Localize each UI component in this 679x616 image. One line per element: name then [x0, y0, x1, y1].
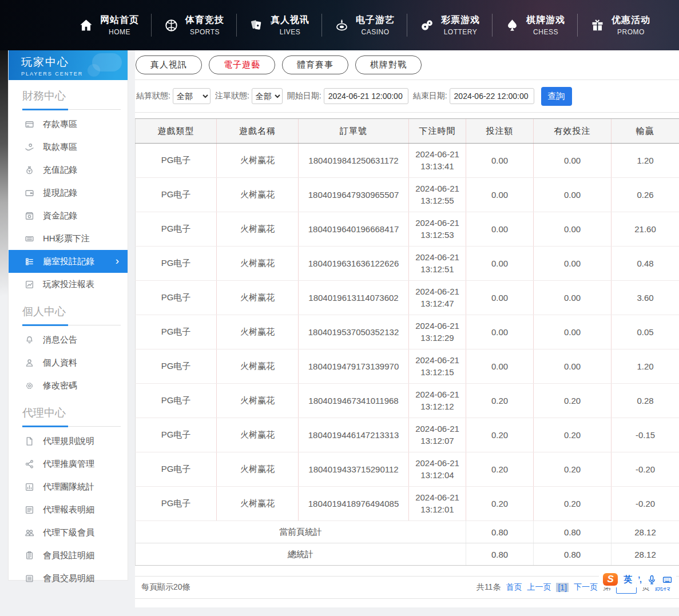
sidebar-item[interactable]: 代理規則說明: [9, 430, 128, 452]
game-type-cell: PG电子: [136, 144, 217, 178]
share-icon: [25, 459, 34, 469]
valid-bet-cell: 0.00: [534, 281, 612, 315]
win-loss-cell: -0.20: [612, 452, 679, 487]
cards-icon: [249, 18, 264, 33]
sidebar-item[interactable]: 資金記錄: [9, 204, 128, 227]
nav-item-chess[interactable]: 棋牌游戏CHESS: [493, 14, 577, 36]
bet-time-cell: 2024-06-2113:12:15: [409, 349, 466, 384]
game-type-cell: PG电子: [136, 212, 217, 247]
summary-label: 當前頁統計: [136, 521, 466, 543]
tab-棋牌對戰[interactable]: 棋牌對戰: [355, 55, 422, 74]
table-row: PG电子火树赢花18040194189764940852024-06-2113:…: [136, 487, 679, 521]
sidebar-item[interactable]: 修改密碼: [9, 374, 128, 397]
sidebar-item[interactable]: 個人資料: [9, 351, 128, 374]
nav-item-lives[interactable]: 真人视讯LIVES: [237, 14, 321, 36]
sidebar-item[interactable]: 代理推廣管理: [9, 452, 128, 475]
sidebar-item[interactable]: 取款專區: [9, 136, 128, 158]
tab-體育賽事[interactable]: 體育賽事: [282, 55, 348, 74]
summary-bet-amount: 0.80: [466, 543, 534, 566]
game-name-cell: 火树赢花: [217, 349, 299, 384]
end-date-input[interactable]: [450, 88, 534, 104]
virtual-keyboard-icon[interactable]: [662, 575, 672, 585]
order-no-cell: 1804019418976494085: [299, 487, 409, 521]
column-header: 訂單號: [299, 119, 409, 144]
sidebar-item-label: 提現記錄: [43, 188, 77, 198]
nav-item-promo[interactable]: 优惠活动PROMO: [578, 14, 662, 36]
prev-page-link[interactable]: 上一页: [527, 582, 551, 593]
withdraw-hand-icon: [25, 142, 34, 152]
bet-time-cell: 2024-06-2113:12:07: [409, 418, 466, 452]
sidebar-item[interactable]: 代理報表明細: [9, 498, 128, 521]
game-name-cell: 火树赢花: [217, 452, 299, 487]
sidebar-item-label: 代理下級會員: [43, 527, 94, 538]
sidebar-item[interactable]: 代理團隊統計: [9, 475, 128, 498]
next-page-link[interactable]: 下一页: [574, 582, 598, 593]
summary-win-loss: 28.12: [612, 543, 679, 566]
ime-punctuation-toggle[interactable]: ’,: [638, 575, 641, 584]
sidebar-item[interactable]: 提現記錄: [9, 181, 128, 204]
summary-valid-bet: 0.80: [534, 521, 612, 543]
order-no-cell: 1804019467341011968: [299, 384, 409, 418]
column-header: 輸贏: [612, 119, 679, 144]
valid-bet-cell: 0.20: [534, 418, 612, 452]
tab-真人視訊[interactable]: 真人視訊: [136, 55, 202, 74]
start-date-input[interactable]: [324, 88, 408, 104]
sidebar-item[interactable]: 會員投註明細: [9, 544, 128, 567]
bet-amount-cell: 0.20: [466, 487, 534, 521]
sidebar: 玩家中心 PLAYERS CENTER 財務中心存款專區取款專區充值記錄提現記錄…: [8, 50, 128, 581]
sidebar-item[interactable]: 廳室投註記錄›: [9, 250, 128, 273]
ime-language-toggle[interactable]: 英: [624, 574, 632, 585]
order-no-cell: 1804019841250631172: [299, 144, 409, 178]
bet-amount-cell: 0.00: [466, 212, 534, 247]
nav-label-zh: 棋牌游戏: [526, 14, 565, 26]
nav-item-lottery[interactable]: 彩票游戏LOTTERY: [407, 14, 492, 36]
sidebar-item[interactable]: 存款專區: [9, 113, 128, 136]
nav-label-zh: 电子游艺: [356, 14, 395, 26]
sidebar-item[interactable]: 玩家投注報表: [9, 273, 128, 296]
game-type-cell: PG电子: [136, 178, 217, 212]
sidebar-section-title: 個人中心: [9, 296, 128, 319]
page-size-text: 每頁顯示20條: [141, 582, 190, 593]
nav-item-casino[interactable]: 电子游艺CASINO: [322, 14, 407, 36]
summary-row: 總統計0.800.8028.12: [136, 543, 679, 566]
column-header: 遊戲名稱: [217, 119, 299, 144]
gear-icon: [25, 381, 34, 391]
order-status-select[interactable]: 全部: [252, 88, 283, 104]
settle-status-select[interactable]: 全部: [173, 88, 211, 104]
sidebar-item[interactable]: HH彩票下注: [9, 227, 128, 250]
sidebar-item-label: 取款專區: [43, 142, 77, 153]
nav-item-home[interactable]: 网站首页HOME: [66, 14, 151, 36]
sidebar-section-title: 代理中心: [9, 397, 128, 420]
nav-label-en: CASINO: [361, 28, 389, 36]
game-type-cell: PG电子: [136, 487, 217, 521]
section-underline: [22, 109, 121, 110]
table-row: PG电子火树赢花18040194791731399702024-06-2113:…: [136, 349, 679, 384]
bet-amount-cell: 0.00: [466, 144, 534, 178]
game-type-cell: PG电子: [136, 247, 217, 281]
summary-label: 總統計: [136, 543, 466, 566]
game-name-cell: 火树赢花: [217, 384, 299, 418]
table-row: PG电子火树赢花18040195370503521322024-06-2113:…: [136, 315, 679, 349]
sidebar-item-label: 代理推廣管理: [43, 459, 94, 470]
sidebar-item[interactable]: 代理下級會員: [9, 521, 128, 544]
bet-amount-cell: 0.00: [466, 315, 534, 349]
current-page-indicator[interactable]: [1]: [556, 583, 569, 592]
sidebar-item-label: 存款專區: [43, 119, 77, 130]
sidebar-item[interactable]: 消息公告: [9, 328, 128, 351]
nav-item-sports[interactable]: 体育竞技SPORTS: [152, 14, 236, 36]
search-button[interactable]: 查詢: [541, 87, 572, 106]
bell-icon: [25, 335, 34, 345]
microphone-icon[interactable]: [647, 575, 657, 585]
background-shade: [0, 50, 8, 296]
order-no-cell: 1804019640196668417: [299, 212, 409, 247]
sidebar-item[interactable]: 會員交易明細: [9, 567, 128, 590]
category-tabs: 真人視訊電子遊藝體育賽事棋牌對戰: [135, 50, 679, 80]
tab-電子遊藝[interactable]: 電子遊藝: [209, 55, 275, 74]
first-page-link[interactable]: 首页: [506, 582, 522, 593]
sidebar-item-label: 資金記錄: [43, 210, 77, 221]
bet-amount-cell: 0.00: [466, 178, 534, 212]
table-row: PG电子火树赢花18040196131140736022024-06-2113:…: [136, 281, 679, 315]
sogou-ime-logo[interactable]: S: [603, 573, 618, 586]
sidebar-item[interactable]: 充值記錄: [9, 158, 128, 181]
bet-amount-cell: 0.20: [466, 418, 534, 452]
